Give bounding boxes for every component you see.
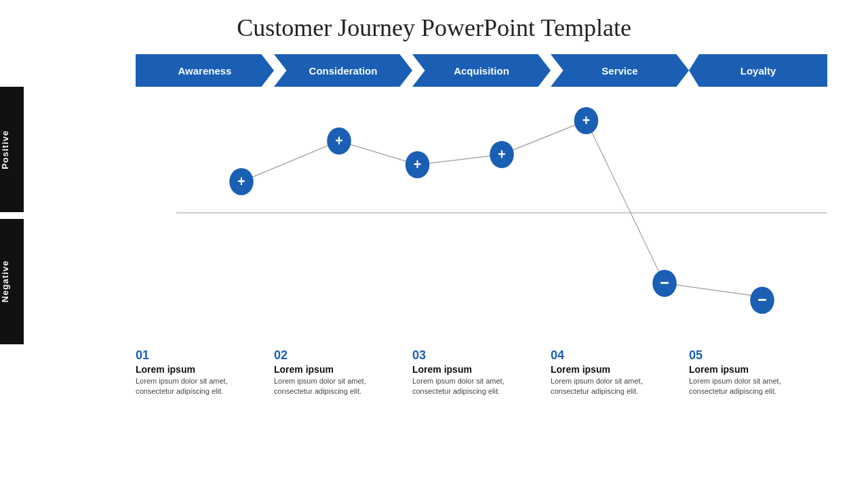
dot-6-label: − <box>660 273 669 293</box>
bottom-desc-1: Lorem ipsum dolor sit amet, consectetur … <box>136 376 267 397</box>
chart-svg: + + + + + − − <box>176 87 827 344</box>
bottom-desc-5: Lorem ipsum dolor sit amet, consectetur … <box>689 376 821 397</box>
bottom-num-1: 01 <box>136 348 267 363</box>
dot-1-label: + <box>237 173 245 189</box>
bottom-title-3: Lorem ipsum <box>412 364 544 375</box>
bottom-item-5: 05Lorem ipsumLorem ipsum dolor sit amet,… <box>689 348 827 397</box>
bottom-desc-2: Lorem ipsum dolor sit amet, consectetur … <box>274 376 406 397</box>
chart-area: + + + + + − − <box>176 87 827 344</box>
page-title: Customer Journey PowerPoint Template <box>41 14 827 42</box>
dot-4-label: + <box>498 146 505 162</box>
banner-item-awareness: Awareness <box>136 54 274 87</box>
dot-5-label: + <box>583 112 590 128</box>
bottom-title-4: Lorem ipsum <box>551 364 682 375</box>
bottom-item-3: 03Lorem ipsumLorem ipsum dolor sit amet,… <box>412 348 551 397</box>
bottom-title-5: Lorem ipsum <box>689 364 821 375</box>
bottom-section: 01Lorem ipsumLorem ipsum dolor sit amet,… <box>136 348 827 397</box>
bottom-title-1: Lorem ipsum <box>136 364 267 375</box>
banner-item-loyalty: Loyalty <box>689 54 827 87</box>
banner-item-consideration: Consideration <box>274 54 412 87</box>
bottom-desc-3: Lorem ipsum dolor sit amet, consectetur … <box>412 376 544 397</box>
bottom-num-5: 05 <box>689 348 821 363</box>
page: Customer Journey PowerPoint Template Awa… <box>0 0 868 488</box>
bottom-num-2: 02 <box>274 348 406 363</box>
journey-banner: AwarenessConsiderationAcquisitionService… <box>136 54 827 87</box>
side-labels: Positive Negative <box>0 87 81 344</box>
dot-2-label: + <box>335 132 342 148</box>
negative-label: Negative <box>0 219 24 344</box>
dot-7-label: − <box>757 290 766 310</box>
bottom-num-3: 03 <box>412 348 544 363</box>
bottom-item-1: 01Lorem ipsumLorem ipsum dolor sit amet,… <box>136 348 274 397</box>
dot-3-label: + <box>414 156 421 172</box>
bottom-item-2: 02Lorem ipsumLorem ipsum dolor sit amet,… <box>274 348 412 397</box>
positive-label: Positive <box>0 87 24 212</box>
banner-item-service: Service <box>551 54 689 87</box>
bottom-title-2: Lorem ipsum <box>274 364 406 375</box>
bottom-num-4: 04 <box>551 348 682 363</box>
bottom-desc-4: Lorem ipsum dolor sit amet, consectetur … <box>551 376 682 397</box>
bottom-item-4: 04Lorem ipsumLorem ipsum dolor sit amet,… <box>551 348 689 397</box>
banner-item-acquisition: Acquisition <box>412 54 551 87</box>
